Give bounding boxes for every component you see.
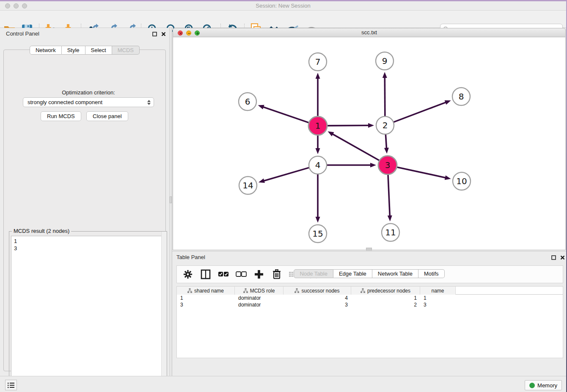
graph-edge-arrowhead [316, 73, 320, 79]
dropdown-selected-value: strongly connected component [23, 99, 146, 105]
network-canvas: 7968124314101511 [173, 37, 566, 250]
network-window: scc.txt 7968124314101511 [172, 28, 566, 251]
graph-edge-arrowhead [328, 131, 334, 136]
task-history-button[interactable] [5, 380, 17, 390]
node-label: 4 [315, 160, 321, 170]
tab-node-table[interactable]: Node Table [294, 269, 333, 278]
graph-edge-3-11[interactable] [388, 174, 390, 217]
graph-edge-2-9[interactable] [385, 77, 385, 116]
minimize-window-button[interactable] [14, 3, 19, 8]
float-panel-icon[interactable] [151, 31, 157, 37]
graph-node-11[interactable]: 11 [382, 224, 399, 241]
close-table-panel-icon[interactable] [559, 254, 565, 260]
tab-mcds[interactable]: MCDS [112, 46, 140, 55]
memory-button[interactable]: Memory [525, 380, 562, 390]
network-resize-grip[interactable] [366, 248, 372, 251]
table-panel-tabs: Node TableEdge TableNetwork TableMotifs [172, 269, 566, 373]
network-close-button[interactable] [178, 30, 183, 36]
mcds-result-group: MCDS result (2 nodes) 1 3 [9, 231, 167, 392]
tab-select[interactable]: Select [85, 46, 112, 55]
node-label: 11 [385, 227, 396, 237]
control-panel: Control Panel Optimization criterion: st… [0, 28, 169, 376]
graph-edge-2-3[interactable] [385, 134, 386, 149]
panel-splitter[interactable] [169, 28, 172, 376]
list-icon [8, 382, 14, 388]
memory-status-icon [529, 383, 535, 388]
tab-motifs[interactable]: Motifs [418, 269, 445, 278]
graph-edge-arrowhead [370, 163, 376, 168]
optimization-criterion-select[interactable]: strongly connected component [23, 97, 154, 107]
tab-network-table[interactable]: Network Table [372, 269, 418, 278]
graph-edge-arrowhead [258, 105, 264, 109]
control-panel-tabs: NetworkStyleSelectMCDS [0, 46, 169, 55]
graph-node-7[interactable]: 7 [309, 53, 327, 71]
graph-edge-arrowhead [445, 100, 451, 105]
graph-edge-arrowhead [384, 148, 389, 154]
graph-edge-arrowhead [316, 217, 320, 223]
tab-edge-table[interactable]: Edge Table [333, 269, 372, 278]
network-graph[interactable]: 7968124314101511 [173, 37, 565, 249]
graph-node-10[interactable]: 10 [453, 172, 471, 190]
close-window-button[interactable] [5, 3, 10, 8]
graph-node-4[interactable]: 4 [309, 156, 327, 174]
graph-edge-3-1[interactable] [332, 134, 380, 161]
graph-node-2[interactable]: 2 [376, 116, 394, 134]
node-label: 8 [459, 91, 464, 102]
graph-edge-1-6[interactable] [262, 107, 309, 123]
optimization-criterion-label: Optimization criterion: [4, 89, 173, 96]
float-table-panel-icon[interactable] [550, 254, 556, 260]
graph-edge-arrowhead [368, 123, 374, 128]
graph-node-6[interactable]: 6 [239, 93, 256, 110]
node-label: 10 [456, 176, 467, 186]
mcds-result-title: MCDS result (2 nodes) [12, 228, 71, 234]
splitter-grip-icon[interactable] [170, 196, 172, 203]
node-label: 3 [385, 160, 391, 170]
node-label: 1 [315, 121, 321, 131]
table-panel-header: Table Panel [172, 251, 566, 263]
tab-style[interactable]: Style [62, 46, 85, 55]
mcds-result-list[interactable]: 1 3 [11, 236, 165, 391]
node-label: 6 [245, 97, 250, 107]
control-panel-content: Optimization criterion: strongly connect… [3, 50, 166, 371]
graph-node-14[interactable]: 14 [239, 177, 257, 194]
control-panel-title: Control Panel [6, 30, 39, 37]
node-label: 9 [382, 56, 388, 66]
result-scrollbar[interactable] [161, 232, 167, 392]
zoom-window-button[interactable] [22, 3, 27, 8]
graph-node-9[interactable]: 9 [376, 52, 394, 70]
node-label: 2 [383, 120, 388, 130]
network-zoom-button[interactable] [195, 30, 200, 36]
graph-edge-arrowhead [316, 148, 320, 154]
node-label: 7 [315, 57, 321, 67]
graph-edge-3-10[interactable] [396, 167, 446, 178]
graph-edge-2-8[interactable] [394, 102, 447, 122]
status-bar: Memory [0, 376, 566, 392]
macos-titlebar: Session: New Session [0, 1, 566, 11]
graph-node-15[interactable]: 15 [309, 225, 327, 243]
graph-node-1[interactable]: 1 [308, 116, 327, 135]
graph-edge-arrowhead [259, 179, 265, 183]
node-label: 15 [312, 229, 323, 239]
table-panel-title: Table Panel [176, 254, 205, 260]
table-panel: Table Panel [172, 251, 566, 376]
network-window-titlebar: scc.txt [173, 28, 566, 37]
graph-edge-arrowhead [388, 215, 392, 221]
graph-edge-arrowhead [383, 72, 387, 78]
node-label: 14 [242, 180, 253, 190]
network-window-title: scc.txt [173, 28, 565, 37]
tab-network[interactable]: Network [30, 46, 62, 55]
network-minimize-button[interactable] [186, 30, 191, 36]
run-mcds-button[interactable]: Run MCDS [41, 111, 81, 121]
main-toolbar [0, 11, 566, 28]
memory-label: Memory [537, 382, 557, 389]
graph-node-8[interactable]: 8 [452, 88, 470, 105]
close-panel-icon[interactable] [160, 31, 166, 37]
close-panel-button[interactable]: Close panel [86, 111, 128, 121]
graph-edge-4-14[interactable] [263, 168, 309, 181]
control-panel-header: Control Panel [0, 28, 169, 40]
graph-edge-1-2[interactable] [327, 125, 369, 126]
graph-node-3[interactable]: 3 [378, 156, 397, 174]
window-title: Session: New Session [0, 1, 566, 11]
graph-edge-arrowhead [445, 175, 451, 180]
dropdown-chevrons-icon [146, 100, 154, 105]
